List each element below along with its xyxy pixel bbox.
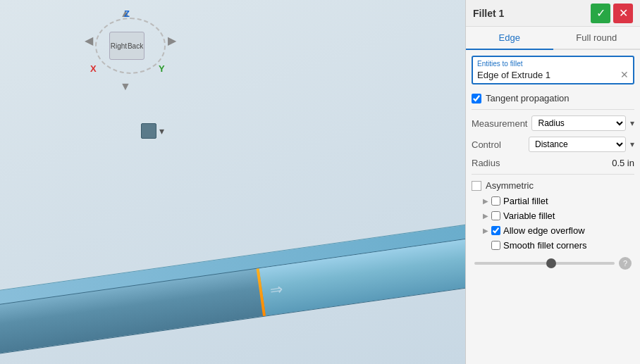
- divider-2: [472, 174, 634, 175]
- back-label: Back: [128, 42, 143, 50]
- control-select[interactable]: Distance: [529, 137, 626, 152]
- measurement-label: Measurement: [472, 118, 527, 129]
- asymmetric-label: Asymmetric: [486, 180, 534, 191]
- smooth-fillet-checkbox[interactable]: [491, 241, 500, 250]
- 3d-bar: ⇒: [0, 238, 465, 356]
- measurement-select[interactable]: Radius: [531, 115, 626, 131]
- bar-front-face: ⇒: [0, 238, 465, 356]
- tangent-propagation-row: Tangent propagation: [472, 90, 634, 106]
- axis-y-label: Y: [159, 63, 165, 74]
- axis-z-label: Z: [124, 8, 130, 19]
- measurement-row: Measurement Radius ▾: [472, 113, 634, 134]
- smooth-fillet-label: Smooth fillet corners: [503, 240, 587, 251]
- variable-fillet-checkbox[interactable]: [491, 211, 500, 220]
- tab-edge[interactable]: Edge: [466, 27, 553, 50]
- tab-fullround[interactable]: Full round: [553, 27, 641, 49]
- help-icon[interactable]: ?: [619, 257, 632, 270]
- entities-value: Edge of Extrude 1 ✕: [477, 69, 629, 80]
- fillet-panel: Fillet 1 ✓ ✕ Edge Full round Entities to…: [465, 0, 640, 364]
- view-dropdown-icon[interactable]: ▾: [159, 125, 164, 137]
- partial-fillet-row: ▶ Partial fillet: [472, 194, 634, 208]
- panel-body: Entities to fillet Edge of Extrude 1 ✕ T…: [466, 50, 640, 364]
- panel-tabs: Edge Full round: [466, 27, 640, 50]
- allow-edge-overflow-row: ▶ Allow edge overflow: [472, 223, 634, 238]
- radius-value: 0.5 in: [612, 158, 634, 168]
- arrow-left-icon: ◀: [85, 34, 93, 47]
- view-cube-icon[interactable]: [141, 123, 156, 139]
- entities-clear-button[interactable]: ✕: [620, 69, 629, 80]
- partial-fillet-label: Partial fillet: [503, 196, 548, 206]
- smooth-fillet-row: ▶ Smooth fillet corners: [472, 238, 634, 253]
- asymmetric-row: Asymmetric: [472, 177, 634, 194]
- control-label: Control: [472, 139, 524, 150]
- tangent-propagation-label: Tangent propagation: [486, 93, 570, 103]
- control-row: Control Distance ▾: [472, 134, 634, 155]
- panel-header: Fillet 1 ✓ ✕: [466, 0, 640, 27]
- variable-chevron-icon: ▶: [483, 212, 488, 220]
- radius-label: Radius: [472, 158, 500, 168]
- axis-x-label: X: [90, 63, 97, 74]
- slider-row: ?: [472, 253, 634, 274]
- tangent-propagation-checkbox[interactable]: [472, 94, 481, 103]
- allow-edge-overflow-checkbox[interactable]: [491, 226, 500, 235]
- viewport[interactable]: ▲ ▼ ◀ ▶ Z X Y Right Back ▾ ⇒: [0, 0, 465, 364]
- radius-row: Radius 0.5 in: [472, 155, 634, 171]
- partial-chevron-icon: ▶: [483, 197, 488, 205]
- allow-edge-overflow-label: Allow edge overflow: [503, 225, 585, 236]
- variable-fillet-row: ▶ Variable fillet: [472, 208, 634, 223]
- entities-label: Entities to fillet: [477, 60, 629, 68]
- header-buttons: ✓ ✕: [591, 4, 633, 23]
- entities-text: Edge of Extrude 1: [477, 70, 550, 80]
- overflow-chevron-icon: ▶: [483, 227, 488, 234]
- right-label: Right: [111, 42, 127, 50]
- slider-track[interactable]: [474, 262, 615, 265]
- confirm-button[interactable]: ✓: [591, 4, 610, 23]
- axis-gizmo: ▲ ▼ ◀ ▶ Z X Y Right Back: [85, 7, 176, 99]
- variable-fillet-label: Variable fillet: [503, 211, 555, 221]
- extrude-arrow-icon: ⇒: [269, 280, 283, 300]
- slider-thumb[interactable]: [546, 258, 556, 268]
- measurement-dropdown-arrow: ▾: [630, 118, 634, 128]
- entities-to-fillet-box[interactable]: Entities to fillet Edge of Extrude 1 ✕: [472, 56, 634, 84]
- arrow-down-icon: ▼: [120, 80, 131, 93]
- divider-1: [472, 109, 634, 110]
- gizmo-cube[interactable]: Right Back: [109, 32, 144, 60]
- asymmetric-checkbox[interactable]: [472, 181, 481, 191]
- panel-title: Fillet 1: [473, 8, 504, 19]
- cancel-button[interactable]: ✕: [613, 4, 633, 23]
- arrow-right-icon: ▶: [168, 34, 176, 47]
- control-dropdown-arrow: ▾: [630, 139, 634, 149]
- view-icons: ▾: [141, 123, 164, 139]
- partial-fillet-checkbox[interactable]: [491, 196, 500, 206]
